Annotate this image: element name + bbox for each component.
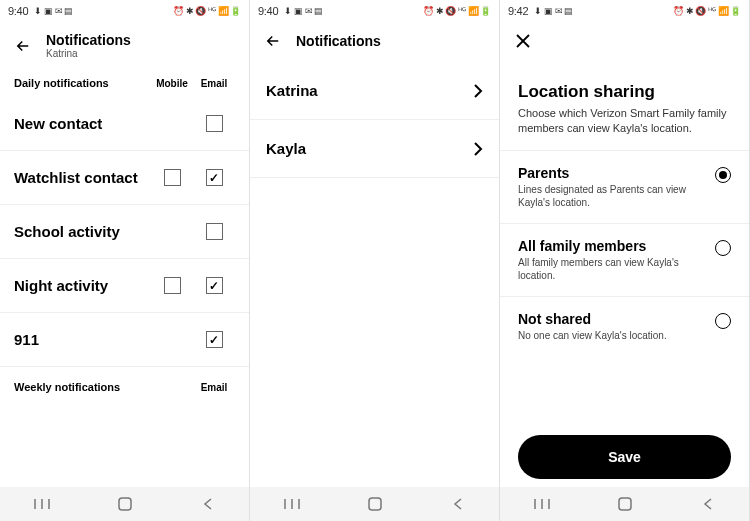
chat-icon: ▤: [314, 7, 323, 16]
svg-rect-3: [119, 498, 131, 510]
person-name: Katrina: [266, 82, 473, 99]
option-title: Parents: [518, 165, 715, 181]
checkmark-icon: ✓: [209, 334, 219, 346]
status-bar: 9:42 ⬇ ▣ ✉ ▤ ⏰ ✱ 🔇 ᴴᴳ 📶 🔋: [500, 0, 749, 22]
option-parents[interactable]: Parents Lines designated as Parents can …: [500, 150, 749, 223]
weekly-header: Weekly notifications Email: [0, 367, 249, 403]
col-email: Email: [193, 78, 235, 89]
row-label: New contact: [14, 115, 151, 132]
person-row-katrina[interactable]: Katrina: [250, 62, 499, 120]
header: Notifications Katrina: [0, 22, 249, 71]
option-not-shared[interactable]: Not shared No one can view Kayla's locat…: [500, 296, 749, 356]
checkmark-icon: ✓: [209, 280, 219, 292]
android-navbar: [0, 487, 249, 521]
status-bar: 9:40 ⬇ ▣ ✉ ▤ ⏰ ✱ 🔇 ᴴᴳ 📶 🔋: [0, 0, 249, 22]
battery-icon: 🔋: [730, 7, 741, 16]
back-nav-button[interactable]: [447, 493, 469, 515]
header: [500, 22, 749, 62]
chevron-right-icon: [473, 141, 483, 157]
back-button[interactable]: [264, 32, 282, 50]
recents-button[interactable]: [281, 493, 303, 515]
checkbox-mobile: [164, 331, 181, 348]
column-headers: Daily notifications Mobile Email: [0, 71, 249, 97]
person-name: Kayla: [266, 140, 473, 157]
chat-icon: ▤: [64, 7, 73, 16]
notif-row-new-contact: New contact: [0, 97, 249, 151]
mute-icon: 🔇: [695, 7, 706, 16]
status-time: 9:40: [8, 5, 28, 17]
row-label: Night activity: [14, 277, 151, 294]
radio-button[interactable]: [715, 313, 731, 329]
signal-icon: ᴴᴳ: [458, 7, 465, 16]
person-row-kayla[interactable]: Kayla: [250, 120, 499, 178]
chevron-right-icon: [473, 83, 483, 99]
signal-bars-icon: 📶: [468, 7, 479, 16]
back-nav-button[interactable]: [697, 493, 719, 515]
page-title: Notifications: [296, 33, 381, 49]
checkbox-email[interactable]: ✓: [206, 331, 223, 348]
back-nav-button[interactable]: [197, 493, 219, 515]
signal-bars-icon: 📶: [718, 7, 729, 16]
page-subtitle: Katrina: [46, 48, 131, 59]
bluetooth-icon: ✱: [686, 7, 694, 16]
back-button[interactable]: [14, 37, 32, 55]
checkbox-mobile[interactable]: [164, 169, 181, 186]
checkmark-icon: ✓: [209, 172, 219, 184]
checkbox-email[interactable]: [206, 223, 223, 240]
checkbox-mobile: [164, 115, 181, 132]
app-icon: ▣: [44, 7, 53, 16]
screen-location-sharing: 9:42 ⬇ ▣ ✉ ▤ ⏰ ✱ 🔇 ᴴᴳ 📶 🔋 Location shari…: [500, 0, 750, 521]
notif-row-night: Night activity ✓: [0, 259, 249, 313]
checkbox-mobile: [164, 223, 181, 240]
checkbox-email[interactable]: ✓: [206, 169, 223, 186]
save-button[interactable]: Save: [518, 435, 731, 479]
row-label: School activity: [14, 223, 151, 240]
section-description: Choose which Verizon Smart Family family…: [500, 106, 749, 150]
bluetooth-icon: ✱: [436, 7, 444, 16]
signal-icon: ᴴᴳ: [208, 7, 215, 16]
download-icon: ⬇: [284, 7, 292, 16]
mail-icon: ✉: [305, 7, 313, 16]
notif-row-watchlist: Watchlist contact ✓: [0, 151, 249, 205]
status-bar: 9:40 ⬇ ▣ ✉ ▤ ⏰ ✱ 🔇 ᴴᴳ 📶 🔋: [250, 0, 499, 22]
home-button[interactable]: [114, 493, 136, 515]
mail-icon: ✉: [55, 7, 63, 16]
status-time: 9:40: [258, 5, 278, 17]
screen-notifications-detail: 9:40 ⬇ ▣ ✉ ▤ ⏰ ✱ 🔇 ᴴᴳ 📶 🔋 Notifications …: [0, 0, 250, 521]
header: Notifications: [250, 22, 499, 62]
radio-button[interactable]: [715, 240, 731, 256]
download-icon: ⬇: [34, 7, 42, 16]
radio-button[interactable]: [715, 167, 731, 183]
recents-button[interactable]: [31, 493, 53, 515]
checkbox-mobile[interactable]: [164, 277, 181, 294]
alarm-icon: ⏰: [423, 7, 434, 16]
checkbox-email[interactable]: [206, 115, 223, 132]
row-label: 911: [14, 331, 151, 348]
checkbox-email[interactable]: ✓: [206, 277, 223, 294]
alarm-icon: ⏰: [173, 7, 184, 16]
battery-icon: 🔋: [230, 7, 241, 16]
option-all-family[interactable]: All family members All family members ca…: [500, 223, 749, 296]
screen-notifications-list: 9:40 ⬇ ▣ ✉ ▤ ⏰ ✱ 🔇 ᴴᴳ 📶 🔋 Notifications …: [250, 0, 500, 521]
recents-button[interactable]: [531, 493, 553, 515]
option-desc: No one can view Kayla's location.: [518, 329, 715, 342]
col-mobile: Mobile: [151, 78, 193, 89]
chat-icon: ▤: [564, 7, 573, 16]
status-time: 9:42: [508, 5, 528, 17]
android-navbar: [250, 487, 499, 521]
close-button[interactable]: [514, 32, 532, 50]
option-title: Not shared: [518, 311, 715, 327]
option-desc: All family members can view Kayla's loca…: [518, 256, 715, 282]
section-label: Daily notifications: [14, 77, 151, 89]
mail-icon: ✉: [555, 7, 563, 16]
home-button[interactable]: [614, 493, 636, 515]
alarm-icon: ⏰: [673, 7, 684, 16]
svg-rect-7: [369, 498, 381, 510]
weekly-col: Email: [193, 382, 235, 393]
svg-rect-13: [619, 498, 631, 510]
option-desc: Lines designated as Parents can view Kay…: [518, 183, 715, 209]
app-icon: ▣: [544, 7, 553, 16]
android-navbar: [500, 487, 749, 521]
mute-icon: 🔇: [445, 7, 456, 16]
home-button[interactable]: [364, 493, 386, 515]
